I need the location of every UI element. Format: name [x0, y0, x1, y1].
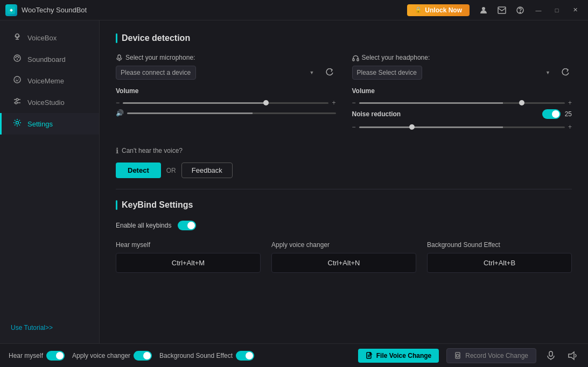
- voicestudio-icon: [12, 97, 22, 108]
- speaker-icon: 🔊: [116, 109, 124, 117]
- microphone-volume-slider[interactable]: [123, 102, 328, 104]
- microphone-column: Select your microphone: Please connect a…: [116, 54, 336, 133]
- keybind-enable-row: Enable all keybinds: [116, 221, 572, 230]
- feedback-button[interactable]: Feedback: [181, 163, 233, 178]
- speaker-icon-button[interactable]: [565, 349, 579, 363]
- keybind-grid: Hear myself Ctrl+Alt+M Apply voice chang…: [116, 241, 572, 273]
- svg-point-28: [457, 354, 459, 357]
- microphone-select-row: Please connect a device: [116, 66, 336, 80]
- headphone-volume-slider[interactable]: [359, 102, 565, 104]
- headphone-volume-plus[interactable]: +: [568, 99, 572, 107]
- noise-slider-row: − +: [352, 123, 572, 131]
- mail-icon-button[interactable]: [494, 3, 509, 18]
- hear-myself-label: Hear myself: [9, 352, 43, 359]
- record-voice-label: Record Voice Change: [465, 352, 528, 359]
- volume-minus[interactable]: −: [116, 99, 120, 107]
- noise-plus[interactable]: +: [568, 123, 572, 131]
- headphone-select-wrapper: Please Select device: [352, 66, 555, 80]
- settings-label: Settings: [27, 120, 53, 128]
- voicebox-label: VoiceBox: [27, 34, 57, 42]
- info-icon: ℹ: [116, 146, 118, 155]
- svg-rect-23: [357, 59, 359, 61]
- noise-minus[interactable]: −: [352, 123, 356, 131]
- close-button[interactable]: ✕: [568, 3, 583, 18]
- volume-icon-row: 🔊: [116, 109, 336, 117]
- sidebar-item-settings[interactable]: Settings: [0, 113, 99, 135]
- hear-myself-toggle[interactable]: [46, 351, 65, 361]
- sidebar-item-soundboard[interactable]: Soundboard: [0, 48, 99, 70]
- maximize-button[interactable]: □: [549, 3, 564, 18]
- keybind-enable-toggle[interactable]: [178, 221, 196, 230]
- soundboard-label: Soundboard: [27, 55, 66, 63]
- headphone-volume-minus[interactable]: −: [352, 99, 356, 107]
- file-voice-button[interactable]: File Voice Change: [358, 349, 439, 363]
- sidebar-item-voicememe[interactable]: VoiceMeme: [0, 70, 99, 91]
- microphone-volume-slider-row: − +: [116, 99, 336, 107]
- lock-icon: 🔒: [415, 6, 422, 13]
- divider: [116, 189, 572, 189]
- keybind-card-1: Apply voice changer Ctrl+Alt+N: [271, 241, 416, 273]
- svg-point-9: [17, 59, 18, 60]
- keybind-box-0[interactable]: Ctrl+Alt+M: [116, 253, 261, 273]
- noise-toggle[interactable]: [542, 109, 561, 119]
- microphone-label: Select your microphone:: [116, 54, 336, 61]
- keybind-box-1[interactable]: Ctrl+Alt+N: [271, 253, 416, 273]
- microphone-select[interactable]: Please connect a device: [116, 66, 196, 80]
- unlock-label: Unlock Now: [425, 6, 462, 14]
- settings-icon: [12, 118, 22, 129]
- detect-section: ℹ Can't hear the voice? Detect OR Feedba…: [116, 146, 572, 178]
- headphone-column: Select your headphone: Please Select dev…: [352, 54, 572, 133]
- microphone-volume-label: Volume: [116, 87, 336, 95]
- app-title: WooTechy SoundBot: [22, 6, 407, 14]
- svg-rect-2: [498, 7, 506, 13]
- svg-rect-29: [549, 351, 552, 356]
- record-voice-button[interactable]: Record Voice Change: [446, 348, 536, 363]
- sidebar: VoiceBox Soundboard VoiceMe: [0, 20, 100, 343]
- cant-hear-row: ℹ Can't hear the voice?: [116, 146, 572, 155]
- minimize-button[interactable]: —: [531, 3, 546, 18]
- app-logo: [5, 4, 17, 16]
- voicememe-label: VoiceMeme: [27, 77, 64, 85]
- voicestudio-label: VoiceStudio: [27, 98, 65, 107]
- keybind-label-0: Hear myself: [116, 241, 261, 249]
- headphone-refresh-button[interactable]: [559, 66, 572, 79]
- or-text: OR: [166, 167, 176, 174]
- noise-label: Noise reduction: [352, 110, 401, 118]
- voicememe-icon: [12, 75, 22, 86]
- keybind-box-2[interactable]: Ctrl+Alt+B: [427, 253, 572, 273]
- svg-point-1: [482, 7, 485, 10]
- sidebar-item-voicebox[interactable]: VoiceBox: [0, 27, 99, 48]
- headphone-label: Select your headphone:: [352, 54, 572, 61]
- help-icon-button[interactable]: [513, 3, 528, 18]
- bottom-apply-voice: Apply voice changer: [72, 351, 152, 361]
- headphone-select[interactable]: Please Select device: [352, 66, 422, 80]
- keybind-label-1: Apply voice changer: [271, 241, 416, 249]
- sidebar-item-voicestudio[interactable]: VoiceStudio: [0, 91, 99, 113]
- headphone-volume-label: Volume: [352, 87, 572, 95]
- user-icon-button[interactable]: [476, 3, 491, 18]
- file-voice-label: File Voice Change: [376, 352, 431, 359]
- unlock-button[interactable]: 🔒 Unlock Now: [407, 4, 470, 16]
- keybind-card-2: Background Sound Effect Ctrl+Alt+B: [427, 241, 572, 273]
- bottom-bar: Hear myself Apply voice changer Backgrou…: [0, 343, 588, 367]
- svg-point-5: [16, 34, 19, 37]
- svg-point-10: [14, 76, 20, 83]
- device-detection-title: Device detection: [116, 33, 572, 43]
- headphone-volume-slider-row: − +: [352, 99, 572, 107]
- mic-icon-button[interactable]: [544, 349, 558, 363]
- device-section: Select your microphone: Please connect a…: [116, 54, 572, 133]
- apply-voice-toggle[interactable]: [134, 351, 152, 361]
- tutorial-link[interactable]: Use Tutorial>>: [11, 324, 53, 331]
- microphone-refresh-button[interactable]: [323, 66, 336, 79]
- svg-point-12: [18, 79, 19, 80]
- soundboard-icon: [12, 54, 22, 65]
- keybind-title: KeyBind Settings: [116, 200, 572, 210]
- cant-hear-text: Can't hear the voice?: [122, 147, 183, 154]
- background-effect-label: Background Sound Effect: [159, 352, 233, 359]
- main-layout: VoiceBox Soundboard VoiceMe: [0, 20, 588, 343]
- volume-plus[interactable]: +: [332, 99, 335, 107]
- background-effect-toggle[interactable]: [236, 351, 254, 361]
- sidebar-bottom: Use Tutorial>>: [0, 318, 99, 337]
- noise-slider[interactable]: [359, 126, 565, 128]
- detect-button[interactable]: Detect: [116, 163, 161, 178]
